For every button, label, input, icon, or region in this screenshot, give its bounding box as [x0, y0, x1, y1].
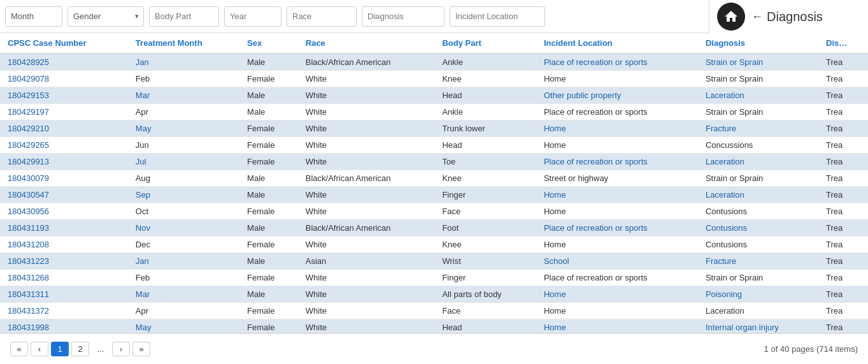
data-table-container[interactable]: CPSC Case Number Treatment Month Sex Rac…: [0, 33, 868, 333]
table-row[interactable]: 180431268FebFemaleWhiteFingerPlace of re…: [0, 270, 868, 286]
cell-case: 180428925: [0, 54, 128, 71]
col-body-part: Body Part: [434, 33, 536, 54]
back-arrow-icon[interactable]: ←: [751, 10, 763, 24]
incident-location-filter[interactable]: [450, 6, 545, 27]
cell-case: 180429913: [0, 154, 128, 170]
cell-diagnosis: Strain or Sprain: [698, 54, 818, 71]
diagnosis-filter[interactable]: [362, 6, 445, 27]
table-row[interactable]: 180429265JunFemaleWhiteHeadHomeConcussio…: [0, 137, 868, 154]
page-2-button[interactable]: 2: [71, 342, 89, 356]
cell-diagnosis: Contusions: [698, 237, 818, 253]
next-page-button[interactable]: ›: [112, 342, 130, 356]
cell-body-part: Head: [434, 87, 536, 104]
cell-sex: Male: [239, 187, 298, 203]
table-row[interactable]: 180431998MayFemaleWhiteHeadHomeInternal …: [0, 319, 868, 334]
cell-month: Dec: [128, 237, 239, 253]
table-row[interactable]: 180430547SepMaleWhiteFingerHomeLaceratio…: [0, 187, 868, 203]
month-filter[interactable]: [5, 6, 62, 27]
table-row[interactable]: 180431311MarMaleWhiteAll parts of bodyHo…: [0, 286, 868, 303]
table-row[interactable]: 180429210MayFemaleWhiteTrunk lowerHomeFr…: [0, 120, 868, 137]
cell-diagnosis: Laceration: [698, 303, 818, 319]
cell-dis: Trea: [818, 253, 868, 270]
table-row[interactable]: 180430079AugMaleBlack/African AmericanKn…: [0, 170, 868, 187]
cell-body-part: Ankle: [434, 54, 536, 71]
cell-case: 180431208: [0, 237, 128, 253]
cell-month: Jul: [128, 154, 239, 170]
cell-race: Black/African American: [298, 54, 435, 71]
data-table: CPSC Case Number Treatment Month Sex Rac…: [0, 33, 868, 333]
cell-diagnosis: Concussions: [698, 137, 818, 154]
col-incident-location: Incident Location: [536, 33, 698, 54]
cell-race: White: [298, 203, 435, 220]
table-row[interactable]: 180428925JanMaleBlack/African AmericanAn…: [0, 54, 868, 71]
cell-sex: Female: [239, 203, 298, 220]
cell-sex: Female: [239, 237, 298, 253]
cell-race: White: [298, 286, 435, 303]
cell-diagnosis: Contusions: [698, 220, 818, 237]
cell-race: Black/African American: [298, 220, 435, 237]
cell-body-part: Face: [434, 203, 536, 220]
table-row[interactable]: 180431223JanMaleAsianWristSchoolFracture…: [0, 253, 868, 270]
table-row[interactable]: 180431372AprFemaleWhiteFaceHomeLaceratio…: [0, 303, 868, 319]
cell-month: Aug: [128, 170, 239, 187]
cell-dis: Trea: [818, 54, 868, 71]
cell-incident: School: [536, 253, 698, 270]
cell-body-part: Head: [434, 319, 536, 334]
col-diagnosis: Diagnosis: [698, 33, 818, 54]
cell-body-part: Finger: [434, 270, 536, 286]
cell-race: White: [298, 270, 435, 286]
cell-month: Mar: [128, 87, 239, 104]
last-page-button[interactable]: »: [132, 342, 150, 356]
year-filter[interactable]: [224, 6, 281, 27]
cell-race: White: [298, 237, 435, 253]
pagination-controls: « ‹ 1 2 ... › »: [10, 342, 150, 356]
cell-incident: Home: [536, 319, 698, 334]
cell-race: White: [298, 187, 435, 203]
cell-race: White: [298, 87, 435, 104]
cell-body-part: Face: [434, 303, 536, 319]
cell-dis: Trea: [818, 187, 868, 203]
cell-incident: Street or highway: [536, 170, 698, 187]
cell-body-part: Head: [434, 137, 536, 154]
col-treatment-month: Treatment Month: [128, 33, 239, 54]
cell-race: White: [298, 120, 435, 137]
cell-sex: Male: [239, 253, 298, 270]
cell-case: 180431372: [0, 303, 128, 319]
gender-filter-wrapper: Gender Male Female ▾: [68, 6, 144, 27]
table-row[interactable]: 180431193NovMaleBlack/African AmericanFo…: [0, 220, 868, 237]
cell-sex: Male: [239, 220, 298, 237]
first-page-button[interactable]: «: [10, 342, 28, 356]
table-row[interactable]: 180431208DecFemaleWhiteKneeHomeContusion…: [0, 237, 868, 253]
cell-race: Asian: [298, 253, 435, 270]
cell-body-part: Knee: [434, 71, 536, 87]
cell-diagnosis: Strain or Sprain: [698, 71, 818, 87]
table-row[interactable]: 180430956OctFemaleWhiteFaceHomeContusion…: [0, 203, 868, 220]
table-row[interactable]: 180429153MarMaleWhiteHeadOther public pr…: [0, 87, 868, 104]
table-header-row: CPSC Case Number Treatment Month Sex Rac…: [0, 33, 868, 54]
cell-body-part: Foot: [434, 220, 536, 237]
cell-month: Jan: [128, 54, 239, 71]
cell-incident: Place of recreation or sports: [536, 220, 698, 237]
cell-month: May: [128, 319, 239, 334]
cell-case: 180431268: [0, 270, 128, 286]
body-part-filter[interactable]: [149, 6, 219, 27]
pagination-bar: « ‹ 1 2 ... › » 1 of 40 pages (714 items…: [0, 333, 868, 364]
cell-diagnosis: Strain or Sprain: [698, 170, 818, 187]
cell-diagnosis: Contusions: [698, 203, 818, 220]
cell-race: White: [298, 71, 435, 87]
cell-sex: Female: [239, 319, 298, 334]
home-icon[interactable]: [717, 3, 745, 31]
race-filter[interactable]: [287, 6, 357, 27]
gender-filter[interactable]: Gender Male Female: [68, 6, 144, 27]
panel-title: Diagnosis: [767, 10, 823, 24]
page-1-button[interactable]: 1: [51, 342, 69, 356]
table-row[interactable]: 180429197AprMaleWhiteAnklePlace of recre…: [0, 104, 868, 120]
prev-page-button[interactable]: ‹: [31, 342, 48, 356]
table-row[interactable]: 180429078FebFemaleWhiteKneeHomeStrain or…: [0, 71, 868, 87]
cell-race: White: [298, 319, 435, 334]
cell-race: White: [298, 154, 435, 170]
table-row[interactable]: 180429913JulFemaleWhiteToePlace of recre…: [0, 154, 868, 170]
cell-body-part: Finger: [434, 187, 536, 203]
cell-case: 180430079: [0, 170, 128, 187]
cell-sex: Female: [239, 120, 298, 137]
